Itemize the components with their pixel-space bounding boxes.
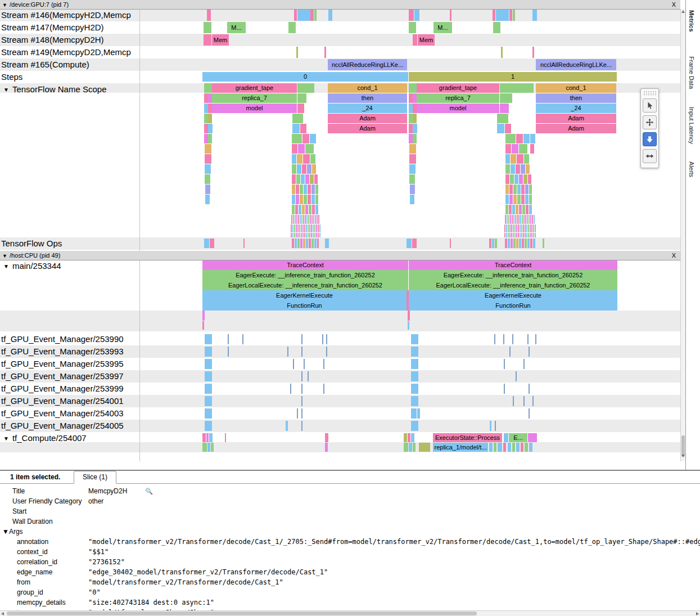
trace-event[interactable]: [311, 195, 315, 204]
trace-event[interactable]: [294, 10, 297, 21]
trace-event[interactable]: [409, 443, 412, 452]
trace-event[interactable]: [225, 433, 226, 442]
trace-event-e[interactable]: E...: [509, 433, 527, 442]
trace-event[interactable]: [204, 104, 208, 113]
trace-event[interactable]: [205, 144, 211, 154]
trace-event[interactable]: [413, 443, 416, 452]
trace-event[interactable]: [529, 443, 532, 452]
trace-event[interactable]: [413, 93, 417, 103]
trace-event[interactable]: [409, 164, 416, 174]
track-stream-146-memcpyh2d-memcp[interactable]: Stream #146(MemcpyH2D,Memcp: [1, 9, 138, 21]
trace-event[interactable]: [503, 334, 504, 344]
trace-event[interactable]: [504, 433, 508, 442]
trace-event[interactable]: [525, 443, 528, 452]
trace-event[interactable]: [413, 114, 417, 123]
trace-event[interactable]: [512, 443, 515, 452]
trace-event[interactable]: [519, 174, 523, 184]
trace-event[interactable]: [208, 134, 212, 143]
trace-event[interactable]: [209, 433, 213, 442]
trace-event[interactable]: [204, 22, 211, 33]
trace-event[interactable]: [293, 359, 294, 369]
trace-event[interactable]: [414, 10, 419, 21]
track-tensorflow-ops[interactable]: TensorFlow Ops: [1, 237, 138, 250]
trace-event[interactable]: [292, 239, 294, 248]
trace-event[interactable]: [524, 154, 529, 164]
trace-event[interactable]: [409, 83, 417, 93]
trace-event[interactable]: [493, 10, 495, 21]
trace-event[interactable]: [297, 10, 310, 21]
trace-event[interactable]: [205, 384, 212, 394]
trace-event[interactable]: [286, 421, 288, 431]
trace-event[interactable]: [323, 384, 324, 394]
trace-event[interactable]: [317, 239, 319, 248]
trace-event[interactable]: [517, 185, 521, 194]
trace-event[interactable]: [410, 185, 415, 194]
trace-event-mem[interactable]: Mem: [418, 34, 435, 46]
trace-event[interactable]: [242, 334, 243, 344]
trace-event[interactable]: [411, 433, 414, 442]
trace-event[interactable]: [204, 114, 208, 123]
scroll-right-icon[interactable]: [696, 612, 699, 615]
trace-event[interactable]: [505, 124, 511, 133]
trace-event[interactable]: [326, 347, 327, 357]
trace-event[interactable]: [300, 239, 302, 248]
trace-event[interactable]: [310, 134, 316, 143]
trace-event[interactable]: [306, 239, 308, 248]
trace-event[interactable]: [450, 239, 451, 248]
trace-event[interactable]: [512, 205, 515, 214]
trace-event[interactable]: [407, 239, 412, 248]
trace-event-adam[interactable]: Adam: [328, 114, 407, 123]
trace-event[interactable]: [496, 10, 509, 21]
trace-event[interactable]: [413, 134, 417, 143]
trace-event[interactable]: [521, 443, 523, 452]
trace-event[interactable]: [292, 154, 296, 164]
trace-event[interactable]: [292, 144, 297, 154]
trace-event[interactable]: [513, 195, 517, 204]
trace-event[interactable]: [325, 239, 329, 248]
track-tf-gpu-event-manager-253993[interactable]: tf_GPU_Event_Manager/253993: [1, 345, 138, 358]
trace-event-tracecontext[interactable]: TraceContext: [202, 260, 408, 270]
trace-event[interactable]: [304, 195, 307, 204]
trace-event-replica-7[interactable]: replica_7: [212, 93, 297, 103]
trace-event-adam[interactable]: Adam: [536, 114, 616, 123]
trace-event[interactable]: [205, 195, 210, 204]
trace-event-adam[interactable]: Adam: [328, 124, 407, 133]
collapse-arrow-icon[interactable]: ▼: [2, 2, 7, 8]
trace-event[interactable]: [301, 384, 302, 394]
trace-event[interactable]: [311, 239, 314, 248]
scroll-down-icon[interactable]: [681, 455, 685, 457]
trace-event[interactable]: [511, 164, 515, 174]
trace-event[interactable]: [513, 185, 517, 194]
trace-event[interactable]: [528, 174, 531, 184]
trace-event[interactable]: [299, 205, 301, 214]
trace-event[interactable]: [505, 185, 509, 194]
trace-event[interactable]: [409, 134, 413, 143]
trace-event[interactable]: [504, 359, 505, 369]
trace-event[interactable]: [295, 205, 298, 214]
trace-event-then[interactable]: then: [536, 93, 616, 103]
trace-event-mem[interactable]: Mem: [212, 34, 229, 46]
trace-event[interactable]: [205, 421, 212, 431]
trace-event[interactable]: [505, 174, 509, 184]
trace-event-1[interactable]: 1: [409, 72, 617, 82]
trace-event[interactable]: [450, 10, 451, 21]
trace-event-replica-7[interactable]: replica_7: [417, 93, 499, 103]
trace-event-cond-1[interactable]: cond_1: [536, 83, 616, 93]
trace-event[interactable]: [516, 371, 517, 381]
trace-event[interactable]: [292, 205, 295, 214]
trace-event[interactable]: [287, 347, 288, 357]
trace-event-tracecontext[interactable]: TraceContext: [409, 260, 617, 270]
trace-event[interactable]: [297, 93, 306, 103]
trace-event[interactable]: [411, 408, 417, 419]
trace-event[interactable]: [513, 239, 516, 248]
trace-event[interactable]: [497, 124, 504, 133]
trace-event[interactable]: [495, 239, 497, 248]
trace-event[interactable]: [205, 347, 212, 357]
trace-event[interactable]: [492, 239, 494, 248]
trace-event[interactable]: [519, 144, 527, 154]
track-tf-gpu-event-manager-253997[interactable]: tf_GPU_Event_Manager/253997: [1, 370, 138, 383]
trace-event[interactable]: [505, 164, 510, 174]
trace-event[interactable]: [494, 443, 496, 452]
trace-event[interactable]: [297, 104, 304, 113]
trace-event[interactable]: [297, 164, 301, 174]
